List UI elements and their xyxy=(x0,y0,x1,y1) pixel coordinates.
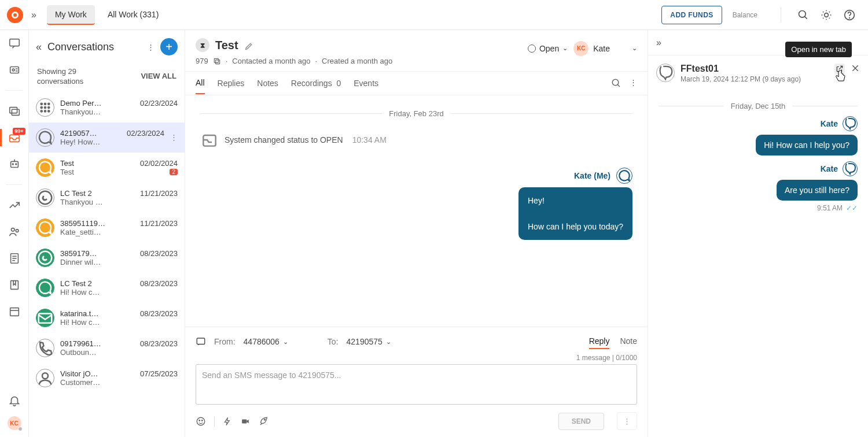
unread-badge: 2 xyxy=(170,169,178,175)
rail-calendar-icon[interactable] xyxy=(8,305,21,318)
conversation-item[interactable]: 09179961…08/23/2023 Outboun… xyxy=(29,333,185,363)
edit-title-icon[interactable] xyxy=(244,40,253,50)
conv-channel-icon xyxy=(36,188,54,207)
tab-notes[interactable]: Notes xyxy=(257,73,278,94)
search-timeline-icon[interactable] xyxy=(611,78,621,88)
tab-my-work[interactable]: My Work xyxy=(47,5,95,25)
assignee-avatar: KC xyxy=(573,41,589,56)
notifications-icon[interactable] xyxy=(8,394,21,407)
svg-point-38 xyxy=(48,103,50,105)
svg-point-56 xyxy=(197,417,205,425)
svg-point-45 xyxy=(39,191,52,205)
rail-bot-icon[interactable] xyxy=(8,158,21,171)
app-logo[interactable] xyxy=(7,7,23,23)
conv-channel-icon xyxy=(36,158,54,177)
close-panel-icon[interactable] xyxy=(851,64,860,73)
side-conversation-panel: » Open in new tab FFtest01 March 19, 202… xyxy=(648,30,868,437)
rail-queue-icon[interactable] xyxy=(8,105,21,117)
search-icon[interactable] xyxy=(797,9,809,21)
copy-id-icon[interactable] xyxy=(213,57,221,65)
svg-point-41 xyxy=(48,107,50,109)
rail-inbox-icon[interactable]: 99+ xyxy=(8,131,21,144)
assignee-selector[interactable]: KC Kate ⌄ xyxy=(573,41,637,56)
conv-channel-icon xyxy=(36,279,54,297)
svg-point-46 xyxy=(39,251,52,265)
nav-rail: 99+ KC xyxy=(0,30,29,437)
conv-channel-icon xyxy=(36,218,54,237)
rail-chat-icon[interactable] xyxy=(8,37,21,50)
top-bar: » My Work All Work (331) ADD FUNDS Balan… xyxy=(0,0,868,30)
to-selector[interactable]: 42190575⌄ xyxy=(347,337,391,346)
rail-analytics-icon[interactable] xyxy=(8,199,21,212)
svg-rect-54 xyxy=(197,338,205,345)
svg-point-15 xyxy=(12,69,14,71)
svg-point-51 xyxy=(612,79,619,86)
rail-doc-icon[interactable] xyxy=(8,252,21,265)
conversation-item[interactable]: Test02/02/2024 Test2 xyxy=(29,153,185,183)
conversation-item[interactable]: LC Test 208/23/2023 Hi! How c… xyxy=(29,273,185,303)
system-message: System changed status to OPEN 10:34 AM xyxy=(200,124,632,156)
tab-events[interactable]: Events xyxy=(354,73,378,94)
new-conversation-button[interactable]: + xyxy=(160,38,178,55)
svg-point-58 xyxy=(202,420,203,421)
conversation-item[interactable]: LC Test 211/21/2023 Thankyou … xyxy=(29,183,185,213)
conv-item-menu-icon[interactable]: ⋮ xyxy=(170,133,178,142)
tab-recordings[interactable]: Recordings 0 xyxy=(291,73,341,94)
contacted-meta: Contacted a month ago xyxy=(232,57,310,65)
convs-menu-icon[interactable]: ⋮ xyxy=(147,43,155,51)
send-button[interactable]: SEND xyxy=(558,413,604,430)
compose-tab-reply[interactable]: Reply xyxy=(589,334,610,349)
conversation-item[interactable]: 385951119…11/21/2023 Kate_setti… xyxy=(29,213,185,243)
help-icon[interactable] xyxy=(844,9,855,21)
svg-line-7 xyxy=(823,12,823,12)
message-input[interactable] xyxy=(196,364,637,405)
theme-icon[interactable] xyxy=(821,9,832,21)
conversation-item[interactable]: 3859179…08/23/2023 Dinner wil… xyxy=(29,243,185,273)
open-new-tab-icon[interactable] xyxy=(834,64,845,74)
svg-line-52 xyxy=(617,84,620,87)
rail-bookmark-icon[interactable] xyxy=(8,279,21,291)
add-funds-button[interactable]: ADD FUNDS xyxy=(661,6,722,24)
compose-more-icon[interactable]: ⋮ xyxy=(617,412,637,430)
from-selector[interactable]: 44786006⌄ xyxy=(244,337,288,346)
hourglass-icon: ⧗ xyxy=(196,38,209,52)
view-all-link[interactable]: VIEW ALL xyxy=(141,72,176,82)
conversation-item[interactable]: Visitor jO…07/25/2023 Customer… xyxy=(29,363,185,393)
launch-icon[interactable] xyxy=(259,416,269,427)
timeline-menu-icon[interactable]: ⋮ xyxy=(630,78,637,88)
conversation-item[interactable]: Demo Per…02/23/2024 Thankyou… xyxy=(29,92,185,123)
svg-point-40 xyxy=(45,107,46,109)
compose-area: From: 44786006⌄ To: 42190575⌄ Reply Note… xyxy=(185,327,648,437)
svg-line-9 xyxy=(823,17,823,18)
conv-channel-icon xyxy=(36,309,54,327)
user-avatar[interactable]: KC xyxy=(8,416,21,430)
emoji-icon[interactable] xyxy=(196,416,206,427)
quick-reply-icon[interactable] xyxy=(223,417,232,426)
rail-people-icon[interactable] xyxy=(8,225,21,238)
side-message: Kate Hi! How can I help you? xyxy=(659,116,858,155)
rail-contact-icon[interactable] xyxy=(8,64,21,76)
conversation-item[interactable]: katarina.t…08/23/2023 Hi! How c… xyxy=(29,303,185,333)
collapse-rpanel-icon[interactable]: » xyxy=(656,38,661,48)
balance-label: Balance xyxy=(733,11,757,19)
conversation-detail: ⧗ Test 979 ·Contacted a month ago ·Creat… xyxy=(185,30,648,437)
tab-all[interactable]: All xyxy=(196,72,205,94)
video-icon[interactable] xyxy=(240,417,251,425)
svg-rect-19 xyxy=(12,109,19,115)
compose-tab-note[interactable]: Note xyxy=(620,334,637,349)
collapse-nav-icon[interactable]: » xyxy=(31,10,36,20)
collapse-convs-icon[interactable]: « xyxy=(36,41,42,53)
side-date-divider: Friday, Dec 15th xyxy=(731,102,785,110)
svg-rect-59 xyxy=(242,419,247,423)
conv-channel-icon xyxy=(36,128,54,147)
viber-icon xyxy=(843,161,858,176)
svg-rect-18 xyxy=(9,108,17,113)
svg-rect-49 xyxy=(215,60,219,64)
open-new-tab-tooltip: Open in new tab xyxy=(785,42,852,57)
date-divider: Friday, Feb 23rd xyxy=(389,109,443,118)
conversation-item[interactable]: 4219057…02/23/2024 Hey! How… ⋮ xyxy=(29,123,185,153)
tab-all-work[interactable]: All Work (331) xyxy=(100,5,167,25)
status-selector[interactable]: Open⌄ xyxy=(528,44,568,53)
channel-select-icon[interactable] xyxy=(196,336,206,347)
tab-replies[interactable]: Replies xyxy=(218,73,245,94)
